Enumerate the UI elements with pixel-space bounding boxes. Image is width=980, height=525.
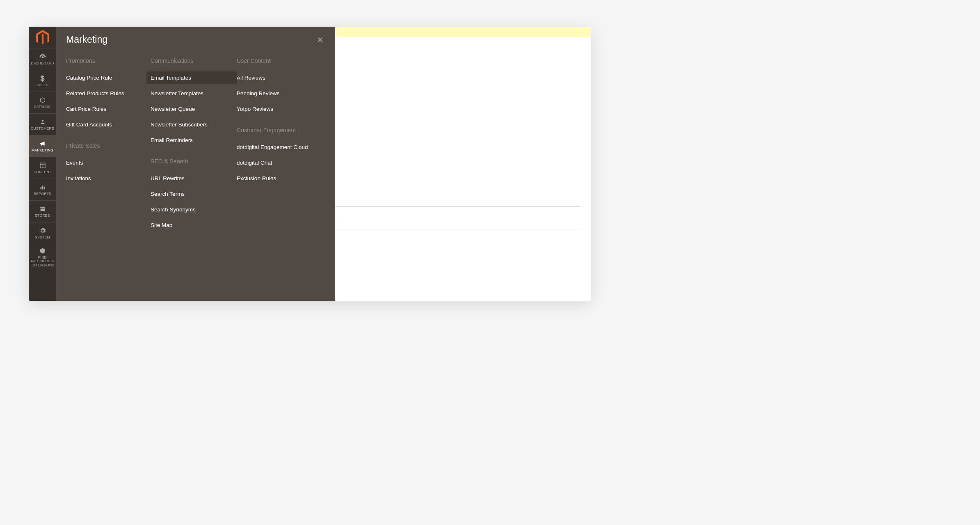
menu-search-synonyms[interactable]: Search Synonyms	[146, 203, 237, 216]
group-title-communications: Communications	[151, 57, 237, 64]
menu-dotdigital-chat[interactable]: dotdigital Chat	[233, 156, 325, 169]
bars-icon	[39, 183, 46, 191]
nav-label: FIND PARTNERS & EXTENSIONS	[29, 256, 56, 267]
nav-marketing[interactable]: MARKETING	[29, 135, 56, 157]
group-title-promotions: Promotions	[66, 57, 151, 64]
menu-email-templates[interactable]: Email Templates	[146, 71, 237, 84]
store-icon	[39, 205, 46, 213]
admin-sidebar: DASHBOARD $ SALES CATALOG CUSTOMERS MARK…	[29, 27, 56, 301]
flyout-col-1: Promotions Catalog Price Rule Related Pr…	[66, 57, 151, 234]
menu-invitations[interactable]: Invitations	[62, 172, 151, 185]
flyout-col-3: User Content All Reviews Pending Reviews…	[237, 57, 325, 234]
menu-yotpo-reviews[interactable]: Yotpo Reviews	[233, 103, 325, 115]
menu-newsletter-queue[interactable]: Newsletter Queue	[146, 103, 237, 115]
flyout-col-2: Communications Email Templates Newslette…	[151, 57, 237, 234]
group-title-user-content: User Content	[237, 57, 325, 64]
nav-label: REPORTS	[33, 192, 52, 196]
menu-email-reminders[interactable]: Email Reminders	[146, 134, 237, 147]
marketing-flyout: Marketing ✕ Promotions Catalog Price Rul…	[56, 27, 335, 301]
nav-system[interactable]: SYSTEM	[29, 222, 56, 244]
svg-point-0	[41, 120, 43, 122]
partners-icon	[39, 247, 46, 254]
group-title-customer-engagement: Customer Engagement	[237, 127, 325, 133]
nav-label: SYSTEM	[34, 236, 51, 239]
nav-label: DASHBOARD	[30, 62, 55, 65]
admin-window: Cache Management and refresh cache types…	[29, 27, 591, 301]
magento-logo-icon[interactable]	[35, 30, 50, 46]
menu-pending-reviews[interactable]: Pending Reviews	[233, 87, 325, 100]
menu-related-products-rules[interactable]: Related Products Rules	[62, 87, 151, 100]
menu-newsletter-subscribers[interactable]: Newsletter Subscribers	[146, 118, 237, 131]
gear-icon	[39, 227, 46, 234]
flyout-header: Marketing ✕	[66, 34, 325, 45]
nav-dashboard[interactable]: DASHBOARD	[29, 48, 56, 70]
group-title-seo: SEO & Search	[151, 158, 237, 165]
menu-gift-card-accounts[interactable]: Gift Card Accounts	[62, 118, 151, 131]
nav-label: SALES	[36, 83, 49, 87]
nav-label: CONTENT	[33, 170, 52, 174]
svg-rect-1	[40, 163, 45, 168]
nav-label: CUSTOMERS	[30, 127, 55, 131]
svg-rect-5	[42, 186, 43, 189]
menu-search-terms[interactable]: Search Terms	[146, 188, 237, 200]
gauge-icon	[39, 53, 46, 60]
menu-dotdigital-engagement[interactable]: dotdigital Engagement Cloud	[233, 141, 325, 154]
menu-newsletter-templates[interactable]: Newsletter Templates	[146, 87, 237, 100]
menu-cart-price-rules[interactable]: Cart Price Rules	[62, 103, 151, 115]
svg-rect-6	[43, 186, 45, 189]
nav-stores[interactable]: STORES	[29, 200, 56, 222]
person-icon	[39, 118, 46, 126]
nav-label: CATALOG	[33, 105, 52, 109]
layout-icon	[39, 162, 46, 169]
menu-url-rewrites[interactable]: URL Rewrites	[146, 172, 237, 185]
nav-content[interactable]: CONTENT	[29, 157, 56, 179]
nav-label: STORES	[34, 214, 51, 218]
flyout-title: Marketing	[66, 34, 107, 45]
close-icon[interactable]: ✕	[315, 34, 325, 45]
menu-events[interactable]: Events	[62, 156, 151, 169]
nav-customers[interactable]: CUSTOMERS	[29, 113, 56, 135]
nav-reports[interactable]: REPORTS	[29, 179, 56, 200]
menu-all-reviews[interactable]: All Reviews	[233, 71, 325, 84]
menu-site-map[interactable]: Site Map	[146, 219, 237, 232]
nav-sales[interactable]: $ SALES	[29, 70, 56, 92]
menu-exclusion-rules[interactable]: Exclusion Rules	[233, 172, 325, 185]
nav-catalog[interactable]: CATALOG	[29, 92, 56, 113]
megaphone-icon	[39, 140, 46, 147]
group-title-private-sales: Private Sales	[66, 142, 151, 149]
svg-rect-4	[40, 187, 41, 189]
flyout-columns: Promotions Catalog Price Rule Related Pr…	[66, 57, 325, 234]
nav-label: MARKETING	[31, 149, 54, 152]
dollar-icon: $	[39, 75, 46, 82]
box-icon	[39, 96, 46, 104]
nav-partners[interactable]: FIND PARTNERS & EXTENSIONS	[29, 244, 56, 270]
menu-catalog-price-rule[interactable]: Catalog Price Rule	[62, 71, 151, 84]
